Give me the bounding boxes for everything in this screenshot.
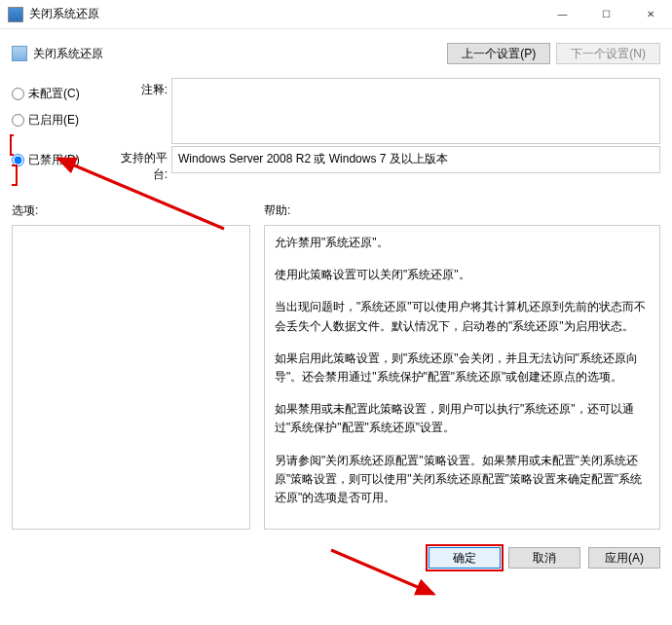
radio-disabled[interactable]: 已禁用(D) xyxy=(12,152,109,168)
footer: 确定 取消 应用(A) xyxy=(0,537,672,578)
radio-enabled-label: 已启用(E) xyxy=(28,112,79,129)
radio-disabled-input[interactable] xyxy=(12,154,24,166)
prev-setting-button[interactable]: 上一个设置(P) xyxy=(447,43,550,64)
comment-label: 注释: xyxy=(109,78,171,98)
help-p3: 当出现问题时，"系统还原"可以使用户将其计算机还原到先前的状态而不会丢失个人数据… xyxy=(275,298,650,335)
app-icon xyxy=(8,7,23,22)
options-label: 选项: xyxy=(12,202,250,219)
comment-textarea[interactable] xyxy=(171,78,660,144)
minimize-button[interactable]: — xyxy=(541,0,584,28)
help-label: 帮助: xyxy=(264,202,660,219)
radio-not-configured[interactable]: 未配置(C) xyxy=(12,86,109,102)
radio-enabled[interactable]: 已启用(E) xyxy=(12,112,109,129)
next-setting-button[interactable]: 下一个设置(N) xyxy=(556,43,660,64)
cancel-button[interactable]: 取消 xyxy=(508,547,580,569)
help-p5: 如果禁用或未配置此策略设置，则用户可以执行"系统还原"，还可以通过"系统保护"配… xyxy=(275,400,650,437)
help-p2: 使用此策略设置可以关闭"系统还原"。 xyxy=(275,266,650,284)
options-box xyxy=(12,225,250,530)
policy-title: 关闭系统还原 xyxy=(33,46,103,62)
help-p1: 允许禁用"系统还原"。 xyxy=(275,234,650,252)
radio-disabled-label: 已禁用(D) xyxy=(28,152,80,168)
help-p4: 如果启用此策略设置，则"系统还原"会关闭，并且无法访问"系统还原向导"。还会禁用… xyxy=(275,349,650,386)
titlebar: 关闭系统还原 — ☐ ✕ xyxy=(0,0,672,29)
platform-text: Windows Server 2008 R2 或 Windows 7 及以上版本 xyxy=(178,152,448,165)
platform-box: Windows Server 2008 R2 或 Windows 7 及以上版本 xyxy=(171,146,660,173)
help-box: 允许禁用"系统还原"。 使用此策略设置可以关闭"系统还原"。 当出现问题时，"系… xyxy=(264,225,660,530)
platform-label: 支持的平台: xyxy=(109,146,171,183)
radio-not-configured-input[interactable] xyxy=(12,88,24,100)
radio-not-configured-label: 未配置(C) xyxy=(28,86,80,102)
window-title: 关闭系统还原 xyxy=(29,6,541,22)
ok-button[interactable]: 确定 xyxy=(429,547,501,569)
maximize-button[interactable]: ☐ xyxy=(584,0,628,28)
close-button[interactable]: ✕ xyxy=(628,0,672,28)
apply-button[interactable]: 应用(A) xyxy=(588,547,660,569)
radio-enabled-input[interactable] xyxy=(12,114,24,127)
help-p6: 另请参阅"关闭系统还原配置"策略设置。如果禁用或未配置"关闭系统还原"策略设置，… xyxy=(275,452,650,508)
header: 关闭系统还原 上一个设置(P) 下一个设置(N) xyxy=(0,29,672,78)
policy-icon xyxy=(12,46,27,61)
